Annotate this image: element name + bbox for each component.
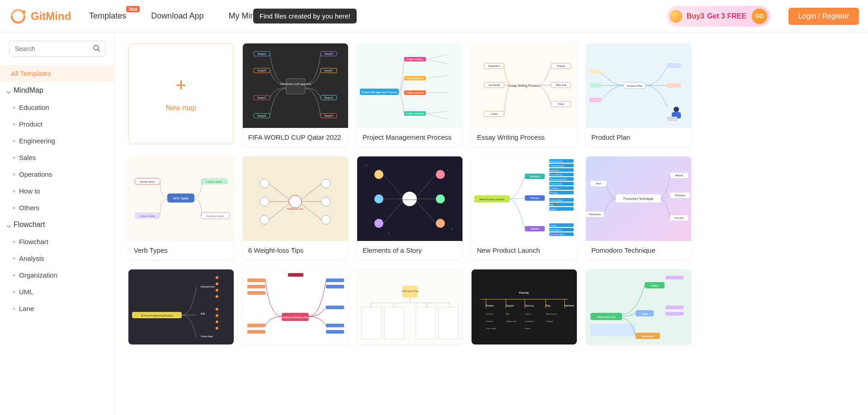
search-input[interactable]: [9, 41, 105, 57]
template-card[interactable]: New Product Launch Marketing Software We…: [472, 156, 577, 259]
svg-text:Project execution: Project execution: [406, 91, 424, 94]
template-thumb: Elements of a Story: [357, 156, 462, 241]
sidebar-item-operations[interactable]: Operations: [0, 166, 114, 183]
search-icon[interactable]: [93, 44, 101, 54]
svg-point-167: [216, 283, 218, 285]
svg-text:Group G: Group G: [324, 96, 333, 99]
nav-download[interactable]: Download App: [151, 11, 203, 21]
plus-icon: +: [176, 76, 186, 94]
promo-text-1: Buy3: [687, 12, 704, 20]
template-title: Project Management Process: [357, 128, 462, 146]
svg-rect-185: [326, 324, 344, 327]
template-card[interactable]: Elements of a Story Elements of a Story: [357, 156, 462, 259]
template-thumb: Collaboration Tools Coggle GitMind MindM…: [586, 269, 691, 344]
sidebar-item-education[interactable]: Education: [0, 99, 114, 116]
template-card[interactable]: GRE Study Plan: [357, 269, 462, 344]
sidebar-item-others[interactable]: Others: [0, 199, 114, 216]
new-map-card[interactable]: + New map: [128, 43, 234, 144]
template-card[interactable]: Healthcare Marketing Plan: [243, 269, 348, 344]
svg-text:FAQ: FAQ: [506, 313, 509, 315]
svg-rect-187: [288, 273, 303, 277]
svg-point-98: [436, 194, 445, 203]
sidebar-all-templates[interactable]: All Templates: [0, 65, 114, 82]
template-card[interactable]: Home Product Support About us Blog Membe…: [472, 269, 577, 344]
svg-text:Related Articles: Related Articles: [550, 229, 561, 231]
sidebar-item-analysis[interactable]: Analysis: [0, 250, 114, 267]
svg-point-1: [23, 10, 25, 13]
login-button[interactable]: Login / Register: [788, 8, 859, 25]
template-card[interactable]: Product Plan Product Plan: [586, 43, 691, 146]
svg-point-96: [374, 219, 383, 228]
svg-point-80: [260, 197, 269, 206]
svg-text:Linking Verbs: Linking Verbs: [206, 180, 222, 183]
sidebar-item-organization[interactable]: Organization: [0, 267, 114, 283]
sidebar-item-engineering[interactable]: Engineering: [0, 132, 114, 149]
template-title: Pomodoro Technique: [586, 241, 691, 259]
template-card[interactable]: Verb Types Modal verbs Linking Verbs Act…: [128, 156, 234, 259]
template-card[interactable]: Collaboration Tools Coggle GitMind MindM…: [586, 269, 691, 344]
promo-banner[interactable]: Buy3 Get 3 FREE GO: [666, 6, 770, 27]
template-card[interactable]: 10 Great Programming Projects Entertainm…: [128, 269, 234, 344]
sidebar-item-howto[interactable]: How to: [0, 183, 114, 199]
svg-text:B2B: B2B: [201, 312, 205, 315]
template-title: Elements of a Story: [357, 241, 462, 259]
svg-rect-233: [590, 324, 636, 336]
svg-point-106: [366, 165, 367, 166]
promo-go-button[interactable]: GO: [752, 9, 767, 24]
template-thumb: New Product Launch Marketing Software We…: [472, 156, 577, 241]
template-title: Verb Types: [128, 241, 234, 259]
svg-text:Method: Method: [675, 174, 683, 177]
svg-point-79: [260, 179, 269, 188]
svg-text:New Product Launch: New Product Launch: [479, 198, 505, 201]
svg-text:Preparation: Preparation: [488, 65, 500, 67]
svg-rect-178: [247, 285, 265, 288]
svg-rect-58: [590, 83, 601, 88]
svg-rect-61: [667, 83, 681, 88]
nav-templates-label: Templates: [89, 11, 126, 20]
new-map-label: New map: [166, 104, 197, 112]
svg-text:Blog: Blog: [546, 304, 550, 307]
sidebar-item-sales[interactable]: Sales: [0, 149, 114, 166]
svg-rect-197: [362, 307, 382, 339]
svg-text:New Product Pages: New Product Pages: [550, 234, 564, 236]
brand[interactable]: GitMind: [9, 7, 71, 25]
sidebar-item-lane[interactable]: Lane: [0, 300, 114, 317]
svg-point-107: [447, 170, 448, 170]
template-card[interactable]: Project Management Process Project initi…: [357, 43, 462, 146]
svg-text:Auxiliary verbs: Auxiliary verbs: [206, 215, 224, 217]
svg-rect-59: [590, 98, 601, 102]
template-card[interactable]: Essay Writing Process Preparation Get St…: [472, 43, 577, 146]
template-title: Essay Writing Process: [472, 128, 577, 146]
nav-templates[interactable]: Templates Hot: [89, 11, 126, 21]
sidebar-item-flowchart[interactable]: Flowchart: [0, 233, 114, 250]
template-thumb: FIFA WORLD CUP Qatar 2022 Group A Group …: [243, 43, 348, 128]
svg-text:Group C: Group C: [258, 96, 266, 99]
template-title: New Product Launch: [472, 241, 577, 259]
template-card[interactable]: Pomodoro Technique Team Method One task …: [586, 156, 691, 259]
logo-icon: [9, 7, 27, 25]
svg-text:Tutorials: Tutorials: [550, 225, 557, 226]
template-card[interactable]: Weight-loss Tips 6 Weight-loss Tips: [243, 156, 348, 259]
find-files-tooltip: Find files created by you here!: [253, 9, 357, 24]
template-thumb: Weight-loss Tips: [243, 156, 348, 241]
svg-text:Game ideas: Game ideas: [201, 335, 213, 338]
template-card[interactable]: FIFA WORLD CUP Qatar 2022 Group A Group …: [243, 43, 348, 146]
svg-point-82: [321, 179, 330, 188]
svg-text:Product Plan: Product Plan: [627, 85, 642, 87]
svg-rect-183: [326, 285, 344, 288]
svg-point-83: [321, 197, 330, 206]
sidebar-item-uml[interactable]: UML: [0, 283, 114, 300]
svg-text:Group D: Group D: [258, 114, 266, 117]
svg-point-95: [374, 194, 383, 203]
sidebar-item-product[interactable]: Product: [0, 116, 114, 132]
template-thumb: Verb Types Modal verbs Linking Verbs Act…: [128, 156, 234, 241]
svg-text:Release Announcement: Release Announcement: [550, 179, 567, 180]
svg-text:Developers: Developers: [525, 320, 534, 322]
sidebar-group-flowchart[interactable]: Flowchart: [0, 216, 114, 233]
svg-text:Content Creation: Content Creation: [550, 183, 562, 185]
template-title: Product Plan: [586, 128, 691, 146]
svg-text:Project monitoring: Project monitoring: [406, 112, 425, 115]
svg-point-99: [436, 219, 445, 228]
sidebar-group-mindmap[interactable]: MindMap: [0, 82, 114, 99]
svg-text:FAQ: FAQ: [550, 204, 553, 206]
